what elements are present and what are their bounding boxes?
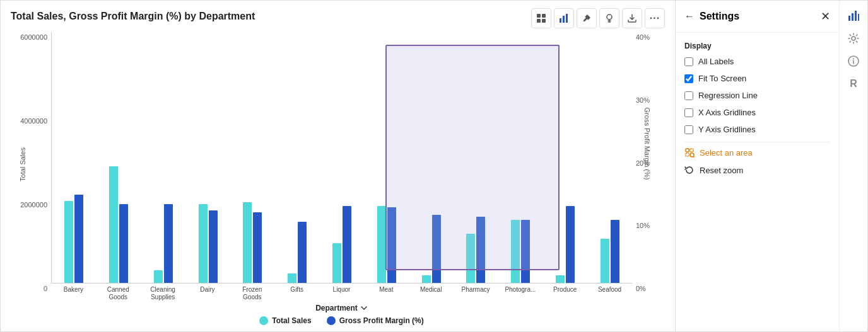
svg-rect-11	[690, 149, 693, 152]
more-button[interactable]: ···	[645, 8, 665, 28]
reset-zoom-label: Reset zoom	[700, 166, 743, 175]
svg-rect-1	[542, 14, 546, 18]
settings-close-button[interactable]: ✕	[821, 9, 830, 23]
right-r-icon[interactable]: R	[843, 74, 864, 94]
y-tick-4m: 4000000	[13, 117, 47, 125]
blue-bar-1	[119, 204, 128, 283]
right-info-icon[interactable]	[843, 51, 864, 71]
teal-bar-0	[64, 201, 73, 283]
svg-rect-15	[848, 16, 850, 21]
export-button[interactable]	[622, 8, 642, 28]
bar-group-6	[320, 32, 365, 283]
legend-total-sales: Total Sales	[259, 316, 311, 325]
x-label-11: Produce	[542, 286, 587, 301]
x-labels: BakeryCanned GoodsCleaning SuppliesDairy…	[51, 283, 632, 301]
svg-rect-12	[686, 153, 689, 156]
svg-rect-5	[563, 16, 565, 23]
pin-button[interactable]	[577, 8, 597, 28]
fit-to-screen-label[interactable]: Fit To Screen	[698, 74, 746, 83]
y-tick-2m: 2000000	[13, 201, 47, 209]
y-axis-left-label: Total Sales	[19, 147, 26, 181]
x-axis-title: Department	[315, 304, 368, 312]
x-label-5: Gifts	[274, 286, 319, 301]
bar-group-12	[587, 32, 632, 283]
bar-group-0	[52, 32, 97, 283]
chart-area: Total Sales, Gross Profit Margin (%) by …	[1, 1, 675, 331]
x-axis-gridlines-checkbox[interactable]	[684, 108, 693, 117]
x-label-7: Meat	[364, 286, 409, 301]
right-gear-icon[interactable]	[843, 28, 864, 49]
select-area-label: Select an area	[700, 148, 753, 157]
blue-bar-6	[343, 206, 351, 283]
grid-button[interactable]	[531, 8, 551, 28]
main-container: Total Sales, Gross Profit Margin (%) by …	[0, 0, 868, 332]
teal-bar-8	[422, 275, 431, 283]
teal-bar-5	[288, 273, 296, 283]
settings-back-button[interactable]: ←	[684, 11, 695, 22]
fit-to-screen-checkbox[interactable]	[684, 74, 693, 83]
x-label-9: Pharmacy	[454, 286, 498, 301]
bar-group-2	[141, 32, 186, 283]
svg-rect-4	[560, 18, 561, 23]
blue-bar-10	[521, 220, 530, 283]
reset-zoom-button[interactable]: Reset zoom	[684, 165, 830, 175]
y-tick-0: 0	[13, 285, 47, 292]
legend: Total Sales Gross Profit Margin (%)	[259, 312, 423, 326]
svg-rect-16	[852, 13, 853, 21]
legend-teal-dot	[259, 316, 268, 325]
y-axis-gridlines-option: Y Axis Gridlines	[684, 125, 830, 134]
teal-bar-4	[243, 202, 252, 283]
x-label-3: Dairy	[185, 286, 230, 301]
regression-line-checkbox[interactable]	[684, 91, 693, 100]
svg-point-19	[852, 37, 855, 40]
x-label-0: Bakery	[51, 286, 96, 301]
x-label-6: Liquor	[319, 286, 364, 301]
bar-group-1	[97, 32, 141, 283]
x-axis-gridlines-label[interactable]: X Axis Gridlines	[698, 108, 756, 117]
x-label-4: Frozen Goods	[230, 286, 274, 301]
y-axis-gridlines-checkbox[interactable]	[684, 125, 693, 134]
x-label-12: Seafood	[587, 286, 632, 301]
settings-body: Display All Labels Fit To Screen Regress…	[676, 33, 839, 331]
y-axis-right-container: 40% 30% 20% 10% 0% Gross Profit Margin (…	[632, 32, 670, 326]
all-labels-label[interactable]: All Labels	[698, 57, 734, 66]
blue-bar-2	[164, 204, 173, 283]
teal-bar-6	[332, 243, 341, 283]
bar-group-7	[364, 32, 409, 283]
all-labels-checkbox[interactable]	[684, 57, 693, 66]
teal-bar-10	[511, 220, 520, 283]
svg-point-8	[607, 14, 612, 20]
settings-divider	[684, 142, 830, 142]
teal-bar-9	[466, 234, 475, 283]
display-label: Display	[684, 42, 830, 50]
svg-rect-17	[855, 11, 857, 21]
x-label-10: Photogra...	[498, 286, 542, 301]
settings-header: ← Settings ✕	[676, 1, 839, 33]
x-label-1: Canned Goods	[96, 286, 141, 301]
y-axis-gridlines-label[interactable]: Y Axis Gridlines	[698, 125, 756, 134]
select-area-button[interactable]: Select an area	[684, 147, 830, 157]
svg-rect-2	[537, 19, 541, 23]
y-tick-40: 40%	[636, 33, 670, 41]
settings-title: Settings	[700, 11, 816, 22]
regression-line-label[interactable]: Regression Line	[698, 91, 758, 100]
teal-bar-1	[109, 166, 118, 283]
y-tick-6m: 6000000	[13, 33, 47, 41]
blue-bar-9	[476, 217, 485, 283]
teal-bar-2	[154, 270, 163, 283]
y-tick-0pct: 0%	[636, 285, 670, 292]
blue-bar-5	[298, 222, 307, 283]
legend-gross-profit: Gross Profit Margin (%)	[327, 316, 424, 325]
regression-line-option: Regression Line	[684, 91, 830, 100]
svg-point-22	[853, 59, 854, 60]
svg-rect-3	[542, 19, 546, 23]
bulb-button[interactable]	[599, 8, 619, 28]
y-axis-left-container: Total Sales 6000000 4000000 2000000 0	[11, 32, 51, 326]
svg-rect-18	[858, 14, 859, 21]
chart-type-button[interactable]	[554, 8, 574, 28]
fit-to-screen-option: Fit To Screen	[684, 74, 830, 83]
teal-bar-11	[556, 275, 565, 283]
right-chart-icon[interactable]	[843, 6, 864, 26]
all-labels-option: All Labels	[684, 57, 830, 66]
svg-rect-10	[686, 149, 689, 152]
